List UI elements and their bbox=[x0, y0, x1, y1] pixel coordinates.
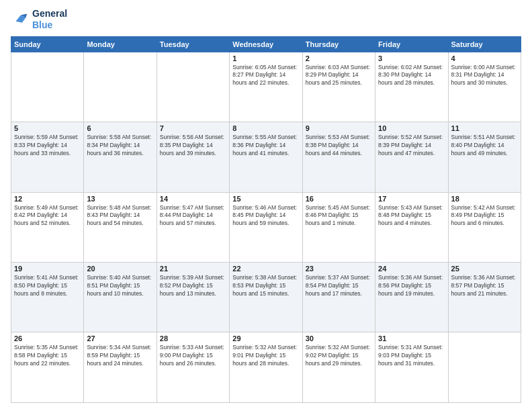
day-number: 18 bbox=[451, 195, 518, 203]
calendar-cell: 12Sunrise: 5:49 AM Sunset: 8:42 PM Dayli… bbox=[11, 192, 84, 262]
calendar-cell: 18Sunrise: 5:42 AM Sunset: 8:49 PM Dayli… bbox=[448, 192, 521, 262]
weekday-header: Sunday bbox=[11, 36, 84, 52]
calendar-cell: 11Sunrise: 5:51 AM Sunset: 8:40 PM Dayli… bbox=[448, 122, 521, 192]
calendar-week-row: 26Sunrise: 5:35 AM Sunset: 8:58 PM Dayli… bbox=[11, 332, 521, 403]
weekday-header: Friday bbox=[375, 36, 448, 52]
calendar-cell: 23Sunrise: 5:37 AM Sunset: 8:54 PM Dayli… bbox=[302, 263, 375, 332]
calendar-cell bbox=[448, 332, 521, 403]
cell-info: Sunrise: 5:41 AM Sunset: 8:50 PM Dayligh… bbox=[14, 274, 81, 298]
day-number: 3 bbox=[378, 54, 445, 62]
calendar-header-row: SundayMondayTuesdayWednesdayThursdayFrid… bbox=[11, 36, 521, 52]
calendar-cell: 20Sunrise: 5:40 AM Sunset: 8:51 PM Dayli… bbox=[84, 263, 157, 332]
calendar-cell: 14Sunrise: 5:47 AM Sunset: 8:44 PM Dayli… bbox=[157, 192, 229, 262]
calendar: SundayMondayTuesdayWednesdayThursdayFrid… bbox=[11, 36, 521, 403]
weekday-header: Thursday bbox=[302, 36, 375, 52]
cell-info: Sunrise: 5:45 AM Sunset: 8:46 PM Dayligh… bbox=[306, 204, 372, 228]
cell-info: Sunrise: 5:55 AM Sunset: 8:36 PM Dayligh… bbox=[232, 134, 299, 158]
calendar-cell: 1Sunrise: 6:05 AM Sunset: 8:27 PM Daylig… bbox=[230, 52, 302, 122]
calendar-cell: 2Sunrise: 6:03 AM Sunset: 8:29 PM Daylig… bbox=[302, 52, 375, 122]
calendar-cell: 21Sunrise: 5:39 AM Sunset: 8:52 PM Dayli… bbox=[157, 263, 229, 332]
page: General Blue SundayMondayTuesdayWednesda… bbox=[0, 0, 532, 411]
cell-info: Sunrise: 5:59 AM Sunset: 8:33 PM Dayligh… bbox=[14, 134, 81, 158]
day-number: 23 bbox=[306, 265, 372, 273]
cell-info: Sunrise: 5:56 AM Sunset: 8:35 PM Dayligh… bbox=[160, 134, 226, 158]
cell-info: Sunrise: 5:35 AM Sunset: 8:58 PM Dayligh… bbox=[14, 344, 81, 368]
calendar-cell: 8Sunrise: 5:55 AM Sunset: 8:36 PM Daylig… bbox=[230, 122, 302, 192]
day-number: 1 bbox=[232, 54, 299, 62]
logo-icon bbox=[11, 10, 30, 29]
weekday-header: Tuesday bbox=[157, 36, 229, 52]
day-number: 7 bbox=[160, 124, 226, 132]
calendar-cell: 5Sunrise: 5:59 AM Sunset: 8:33 PM Daylig… bbox=[11, 122, 84, 192]
cell-info: Sunrise: 5:40 AM Sunset: 8:51 PM Dayligh… bbox=[87, 274, 153, 298]
day-number: 13 bbox=[87, 195, 153, 203]
cell-info: Sunrise: 5:36 AM Sunset: 8:56 PM Dayligh… bbox=[378, 274, 445, 298]
calendar-cell: 4Sunrise: 6:00 AM Sunset: 8:31 PM Daylig… bbox=[448, 52, 521, 122]
day-number: 14 bbox=[160, 195, 226, 203]
cell-info: Sunrise: 6:02 AM Sunset: 8:30 PM Dayligh… bbox=[378, 64, 445, 88]
cell-info: Sunrise: 6:00 AM Sunset: 8:31 PM Dayligh… bbox=[451, 64, 518, 88]
cell-info: Sunrise: 5:48 AM Sunset: 8:43 PM Dayligh… bbox=[87, 204, 153, 228]
calendar-cell: 13Sunrise: 5:48 AM Sunset: 8:43 PM Dayli… bbox=[84, 192, 157, 262]
header: General Blue bbox=[11, 8, 521, 31]
calendar-cell: 28Sunrise: 5:33 AM Sunset: 9:00 PM Dayli… bbox=[157, 332, 229, 403]
cell-info: Sunrise: 5:36 AM Sunset: 8:57 PM Dayligh… bbox=[451, 274, 518, 298]
day-number: 22 bbox=[232, 265, 299, 273]
day-number: 10 bbox=[378, 124, 445, 132]
day-number: 27 bbox=[87, 334, 153, 342]
calendar-cell: 19Sunrise: 5:41 AM Sunset: 8:50 PM Dayli… bbox=[11, 263, 84, 332]
day-number: 12 bbox=[14, 195, 81, 203]
calendar-week-row: 5Sunrise: 5:59 AM Sunset: 8:33 PM Daylig… bbox=[11, 122, 521, 192]
cell-info: Sunrise: 5:39 AM Sunset: 8:52 PM Dayligh… bbox=[160, 274, 226, 298]
cell-info: Sunrise: 5:38 AM Sunset: 8:53 PM Dayligh… bbox=[232, 274, 299, 298]
cell-info: Sunrise: 5:33 AM Sunset: 9:00 PM Dayligh… bbox=[160, 344, 226, 368]
cell-info: Sunrise: 5:49 AM Sunset: 8:42 PM Dayligh… bbox=[14, 204, 81, 228]
cell-info: Sunrise: 5:42 AM Sunset: 8:49 PM Dayligh… bbox=[451, 204, 518, 228]
calendar-cell: 25Sunrise: 5:36 AM Sunset: 8:57 PM Dayli… bbox=[448, 263, 521, 332]
day-number: 21 bbox=[160, 265, 226, 273]
calendar-cell: 3Sunrise: 6:02 AM Sunset: 8:30 PM Daylig… bbox=[375, 52, 448, 122]
day-number: 16 bbox=[306, 195, 372, 203]
day-number: 26 bbox=[14, 334, 81, 342]
calendar-cell: 22Sunrise: 5:38 AM Sunset: 8:53 PM Dayli… bbox=[230, 263, 302, 332]
calendar-cell: 16Sunrise: 5:45 AM Sunset: 8:46 PM Dayli… bbox=[302, 192, 375, 262]
calendar-cell: 31Sunrise: 5:31 AM Sunset: 9:03 PM Dayli… bbox=[375, 332, 448, 403]
day-number: 5 bbox=[14, 124, 81, 132]
day-number: 4 bbox=[451, 54, 518, 62]
calendar-cell: 15Sunrise: 5:46 AM Sunset: 8:45 PM Dayli… bbox=[230, 192, 302, 262]
calendar-cell: 17Sunrise: 5:43 AM Sunset: 8:48 PM Dayli… bbox=[375, 192, 448, 262]
cell-info: Sunrise: 5:53 AM Sunset: 8:38 PM Dayligh… bbox=[306, 134, 372, 158]
day-number: 9 bbox=[306, 124, 372, 132]
calendar-cell: 24Sunrise: 5:36 AM Sunset: 8:56 PM Dayli… bbox=[375, 263, 448, 332]
calendar-cell: 27Sunrise: 5:34 AM Sunset: 8:59 PM Dayli… bbox=[84, 332, 157, 403]
day-number: 28 bbox=[160, 334, 226, 342]
weekday-header: Monday bbox=[84, 36, 157, 52]
day-number: 17 bbox=[378, 195, 445, 203]
cell-info: Sunrise: 5:46 AM Sunset: 8:45 PM Dayligh… bbox=[232, 204, 299, 228]
cell-info: Sunrise: 5:32 AM Sunset: 9:01 PM Dayligh… bbox=[232, 344, 299, 368]
calendar-cell bbox=[84, 52, 157, 122]
day-number: 6 bbox=[87, 124, 153, 132]
day-number: 19 bbox=[14, 265, 81, 273]
cell-info: Sunrise: 6:05 AM Sunset: 8:27 PM Dayligh… bbox=[232, 64, 299, 88]
logo: General Blue bbox=[11, 8, 67, 31]
cell-info: Sunrise: 6:03 AM Sunset: 8:29 PM Dayligh… bbox=[306, 64, 372, 88]
cell-info: Sunrise: 5:47 AM Sunset: 8:44 PM Dayligh… bbox=[160, 204, 226, 228]
cell-info: Sunrise: 5:52 AM Sunset: 8:39 PM Dayligh… bbox=[378, 134, 445, 158]
day-number: 24 bbox=[378, 265, 445, 273]
calendar-cell: 10Sunrise: 5:52 AM Sunset: 8:39 PM Dayli… bbox=[375, 122, 448, 192]
calendar-cell: 9Sunrise: 5:53 AM Sunset: 8:38 PM Daylig… bbox=[302, 122, 375, 192]
weekday-header: Saturday bbox=[448, 36, 521, 52]
cell-info: Sunrise: 5:34 AM Sunset: 8:59 PM Dayligh… bbox=[87, 344, 153, 368]
day-number: 31 bbox=[378, 334, 445, 342]
cell-info: Sunrise: 5:58 AM Sunset: 8:34 PM Dayligh… bbox=[87, 134, 153, 158]
calendar-cell bbox=[11, 52, 84, 122]
weekday-header: Wednesday bbox=[230, 36, 302, 52]
cell-info: Sunrise: 5:32 AM Sunset: 9:02 PM Dayligh… bbox=[306, 344, 372, 368]
calendar-cell: 26Sunrise: 5:35 AM Sunset: 8:58 PM Dayli… bbox=[11, 332, 84, 403]
day-number: 29 bbox=[232, 334, 299, 342]
cell-info: Sunrise: 5:43 AM Sunset: 8:48 PM Dayligh… bbox=[378, 204, 445, 228]
logo-text: General Blue bbox=[32, 8, 67, 31]
calendar-week-row: 19Sunrise: 5:41 AM Sunset: 8:50 PM Dayli… bbox=[11, 263, 521, 332]
calendar-week-row: 1Sunrise: 6:05 AM Sunset: 8:27 PM Daylig… bbox=[11, 52, 521, 122]
